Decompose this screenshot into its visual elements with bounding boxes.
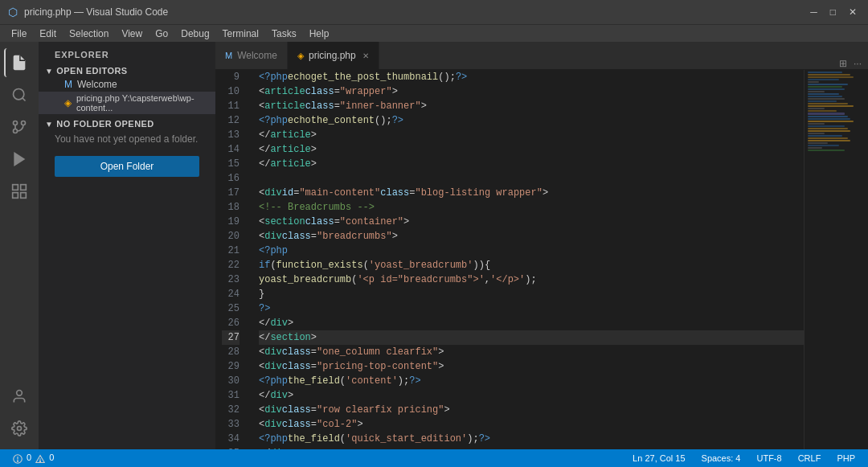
close-button[interactable]: ✕ [849, 6, 857, 18]
no-folder-label: No Folder Opened [56, 119, 154, 129]
svg-point-11 [17, 391, 23, 396]
sidebar-welcome-file[interactable]: M Welcome [39, 77, 215, 92]
accounts-icon[interactable] [5, 382, 34, 411]
open-editors-arrow: ▼ [45, 67, 53, 76]
no-folder-arrow: ▼ [45, 120, 53, 129]
menu-debug[interactable]: Debug [174, 27, 215, 41]
minimap-preview [805, 70, 868, 154]
svg-line-1 [23, 98, 26, 101]
menu-go[interactable]: Go [149, 27, 174, 41]
welcome-filename: Welcome [77, 79, 117, 90]
code-content[interactable]: <?php echo get_the_post_thumbnail(); ?> … [246, 70, 804, 449]
no-folder-message: You have not yet opened a folder. [39, 130, 215, 153]
settings-icon[interactable] [5, 414, 34, 443]
status-position[interactable]: Ln 27, Col 15 [629, 453, 688, 463]
tabs-right-controls: ⊞ ··· [839, 58, 868, 69]
svg-marker-6 [14, 154, 24, 166]
status-errors[interactable]: 0 0 [10, 453, 57, 463]
debug-icon[interactable] [5, 145, 34, 174]
svg-rect-7 [13, 185, 18, 190]
vscode-logo: ⬡ [8, 6, 18, 18]
split-editor-icon[interactable]: ⊞ [839, 58, 847, 69]
warning-count: 0 [49, 453, 54, 462]
menu-file[interactable]: File [5, 27, 33, 41]
pricing-filename: pricing.php Y:\capsterweb\wp-content... [76, 93, 209, 113]
status-bar: 0 0 Ln 27, Col 15 Spaces: 4 UTF-8 CRLF P… [0, 449, 868, 467]
svg-rect-9 [13, 193, 18, 199]
editor-area: M Welcome ◈ pricing.php ✕ ⊞ ··· 91011121… [215, 42, 868, 449]
minimize-button[interactable]: ─ [810, 6, 817, 18]
code-editor[interactable]: 9101112131415161718192021222324252627282… [215, 70, 804, 449]
tab-pricing-label: pricing.php [309, 50, 356, 61]
title-text: pricing.php — Visual Studio Code [24, 6, 810, 18]
svg-point-0 [14, 89, 24, 100]
tab-welcome[interactable]: M Welcome [215, 42, 288, 69]
tab-pricing[interactable]: ◈ pricing.php ✕ [288, 42, 379, 69]
open-editors-label: Open Editors [56, 66, 127, 76]
minimap [804, 70, 868, 449]
open-editors-section[interactable]: ▼ Open Editors [39, 64, 215, 77]
svg-point-12 [18, 427, 22, 431]
sidebar-header: Explorer [39, 42, 215, 64]
tab-pricing-close[interactable]: ✕ [362, 51, 369, 60]
menu-tasks[interactable]: Tasks [265, 27, 303, 41]
svg-point-15 [17, 461, 18, 461]
status-left: 0 0 [10, 453, 57, 463]
files-icon[interactable] [4, 48, 33, 77]
maximize-button[interactable]: □ [830, 6, 836, 18]
status-right: Ln 27, Col 15 Spaces: 4 UTF-8 CRLF PHP [629, 453, 858, 463]
menu-view[interactable]: View [115, 27, 149, 41]
main-layout: Explorer ▼ Open Editors M Welcome ◈ pric… [0, 42, 868, 449]
menu-help[interactable]: Help [303, 27, 336, 41]
svg-point-3 [14, 129, 18, 133]
svg-rect-10 [21, 193, 27, 199]
activity-bar-bottom [5, 382, 34, 443]
tab-welcome-icon: M [225, 51, 232, 60]
line-numbers: 9101112131415161718192021222324252627282… [215, 70, 246, 449]
pricing-file-icon: ◈ [64, 97, 72, 109]
source-control-icon[interactable] [5, 113, 34, 141]
tab-welcome-label: Welcome [237, 50, 277, 61]
menu-edit[interactable]: Edit [33, 27, 63, 41]
editor-tabs: M Welcome ◈ pricing.php ✕ ⊞ ··· [215, 42, 868, 70]
svg-point-17 [40, 461, 41, 461]
status-line-ending[interactable]: CRLF [795, 453, 825, 463]
svg-rect-8 [21, 185, 27, 190]
status-encoding[interactable]: UTF-8 [753, 453, 784, 463]
menu-bar: File Edit Selection View Go Debug Termin… [0, 24, 868, 42]
tab-pricing-icon: ◈ [297, 51, 304, 61]
window-controls: ─ □ ✕ [810, 6, 857, 18]
title-bar: ⬡ pricing.php — Visual Studio Code ─ □ ✕ [0, 0, 868, 24]
activity-bar [0, 42, 39, 449]
extensions-icon[interactable] [5, 177, 34, 206]
status-spaces[interactable]: Spaces: 4 [698, 453, 744, 463]
status-language[interactable]: PHP [833, 453, 858, 463]
menu-selection[interactable]: Selection [63, 27, 115, 41]
error-count: 0 [27, 453, 31, 462]
svg-point-2 [14, 121, 18, 125]
open-folder-button[interactable]: Open Folder [55, 156, 199, 177]
more-tabs-icon[interactable]: ··· [854, 58, 862, 69]
no-folder-section[interactable]: ▼ No Folder Opened [39, 117, 215, 130]
menu-terminal[interactable]: Terminal [216, 27, 265, 41]
search-icon[interactable] [5, 80, 34, 109]
welcome-file-icon: M [64, 79, 72, 90]
sidebar: Explorer ▼ Open Editors M Welcome ◈ pric… [39, 42, 215, 449]
sidebar-pricing-file[interactable]: ◈ pricing.php Y:\capsterweb\wp-content..… [39, 92, 215, 114]
svg-point-4 [22, 121, 26, 125]
